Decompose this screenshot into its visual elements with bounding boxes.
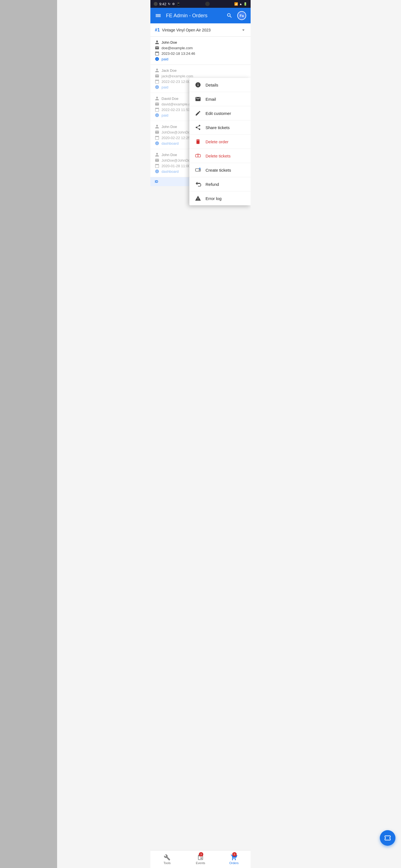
person-icon — [155, 68, 159, 72]
event-name: Vintage Vinyl Open Air 2023 — [162, 28, 238, 32]
order-name: Jack Doe — [162, 68, 176, 72]
menu-item-email-label: Email — [205, 97, 216, 101]
search-icon — [226, 12, 232, 19]
email-icon — [155, 130, 159, 134]
settings-icon: ⚙ — [172, 2, 175, 6]
person-icon — [155, 96, 159, 101]
email-icon — [155, 102, 159, 106]
status-bar: 9:42 ↻ ⚙ 📱 📶 ▲ 🔋 — [150, 0, 251, 8]
order-status: paid — [162, 85, 169, 89]
refund-icon — [195, 181, 201, 187]
calendar-icon — [155, 79, 159, 84]
svg-rect-0 — [196, 154, 200, 157]
event-dropdown[interactable]: #1 Vintage Vinyl Open Air 2023 — [150, 23, 251, 37]
create-tickets-icon — [195, 167, 201, 173]
menu-item-share-tickets[interactable]: Share tickets — [189, 121, 251, 135]
edit-person-icon — [195, 110, 201, 116]
person-icon — [155, 124, 159, 129]
menu-item-refund-label: Refund — [205, 182, 219, 187]
calendar-icon — [155, 135, 159, 140]
status-time: 9:42 ↻ ⚙ 📱 — [154, 2, 180, 6]
menu-item-delete-order-label: Delete order — [205, 140, 229, 144]
app-bar: FE Admin - Orders Fa — [150, 8, 251, 23]
avatar[interactable]: Fa — [237, 11, 246, 20]
sim-icon: 📱 — [176, 2, 180, 6]
menu-item-details-label: Details — [205, 83, 218, 87]
delete-tickets-icon — [195, 153, 201, 159]
circle-dot-icon — [205, 2, 210, 6]
info-icon — [155, 113, 159, 117]
order-name: David Doe — [162, 96, 178, 101]
menu-item-email[interactable]: Email — [189, 92, 251, 106]
order-status: paid — [162, 57, 169, 61]
calendar-icon — [155, 51, 159, 56]
info-icon — [155, 141, 159, 146]
mail-icon — [195, 96, 201, 102]
menu-item-delete-order[interactable]: Delete order — [189, 135, 251, 149]
order-email: doe@example.com — [162, 46, 193, 50]
info-icon — [155, 85, 159, 89]
menu-item-refund[interactable]: Refund — [189, 177, 251, 191]
order-name: John Doe — [162, 125, 177, 129]
share-icon — [195, 124, 201, 130]
info-icon — [155, 57, 159, 61]
chevron-down-icon — [240, 27, 246, 33]
order-status: dashboard — [162, 141, 178, 146]
id-label: ID — [155, 180, 158, 184]
menu-item-error-log[interactable]: Error log — [189, 191, 251, 205]
menu-item-delete-tickets[interactable]: Delete tickets — [189, 149, 251, 163]
status-icons: 📶 ▲ 🔋 — [234, 2, 247, 6]
battery-icon: 🔋 — [244, 2, 247, 6]
error-log-icon — [195, 195, 201, 202]
info-icon — [155, 169, 159, 174]
email-icon — [155, 158, 159, 162]
menu-item-share-tickets-label: Share tickets — [205, 125, 230, 130]
menu-item-delete-tickets-label: Delete tickets — [205, 154, 231, 158]
menu-item-create-tickets-label: Create tickets — [205, 168, 231, 173]
wifi-icon: ▲ — [239, 2, 242, 6]
calendar-icon — [155, 163, 159, 168]
sync-icon: ↻ — [168, 2, 170, 6]
hamburger-icon — [156, 13, 161, 18]
page-title: FE Admin - Orders — [166, 13, 222, 19]
order-status: paid — [162, 113, 169, 117]
order-date: 2023-02-18 13:24:46 — [162, 52, 195, 56]
calendar-icon — [155, 107, 159, 112]
menu-item-edit-customer-label: Edit customer — [205, 111, 231, 116]
email-icon — [155, 74, 159, 78]
info-circle-icon — [195, 82, 201, 88]
menu-item-create-tickets[interactable]: Create tickets — [189, 163, 251, 177]
event-hash: #1 — [155, 28, 160, 33]
delete-order-icon — [195, 138, 201, 145]
context-menu: Details Email Edit customer Share ticket… — [189, 78, 251, 205]
order-name: John Doe — [162, 153, 177, 157]
signal-icon: 📶 — [234, 2, 238, 6]
order-name: John Doe — [162, 40, 177, 44]
menu-item-edit-customer[interactable]: Edit customer — [189, 106, 251, 121]
person-icon — [155, 40, 159, 44]
hamburger-menu-button[interactable] — [155, 12, 162, 19]
circle-icon — [154, 2, 157, 6]
order-item[interactable]: John Doe doe@example.com 2023-02-18 13:2… — [150, 37, 251, 65]
order-status: dashboard — [162, 169, 178, 174]
menu-item-error-log-label: Error log — [205, 196, 222, 201]
menu-item-details[interactable]: Details — [189, 78, 251, 92]
person-icon — [155, 152, 159, 157]
order-email: jack@example.com — [162, 74, 193, 78]
email-icon — [155, 45, 159, 50]
search-button[interactable] — [226, 12, 233, 19]
